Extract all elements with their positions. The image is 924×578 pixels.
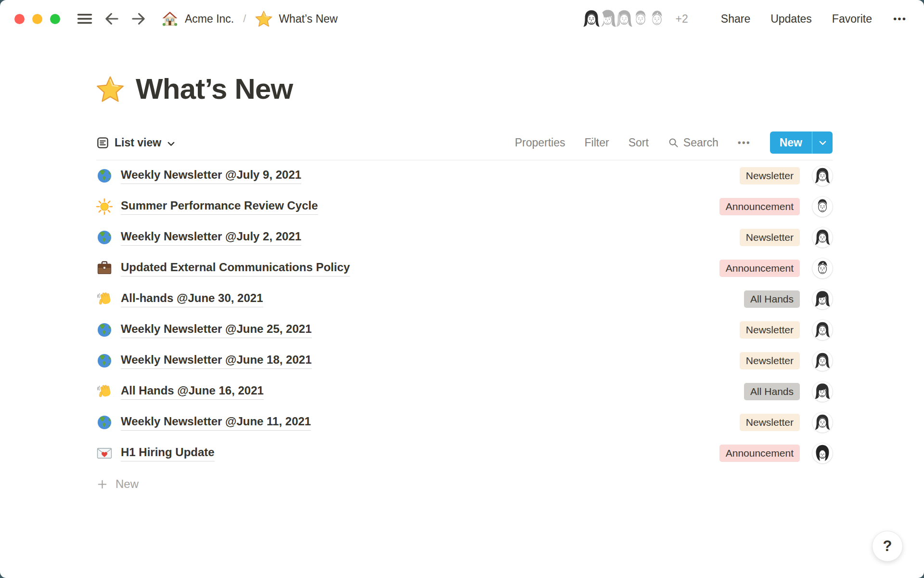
tag-badge[interactable]: Announcement [719, 198, 800, 215]
new-button-group[interactable]: New [770, 131, 833, 154]
page-link[interactable]: All-hands @June 30, 2021 [121, 291, 263, 307]
tag-badge[interactable]: Announcement [719, 445, 800, 461]
waving-hand-icon [96, 291, 113, 307]
sun-icon [96, 198, 113, 215]
person-avatar [812, 412, 833, 433]
viewer-avatar[interactable] [580, 8, 603, 30]
page-link[interactable]: Weekly Newsletter @July 9, 2021 [121, 168, 301, 184]
page-title-text: What’s New [136, 72, 293, 105]
list-item[interactable]: All Hands @June 16, 2021 All Hands [96, 376, 833, 407]
person-avatar [812, 289, 833, 309]
briefcase-icon [96, 260, 113, 276]
globe-icon [96, 322, 113, 338]
tag-badge[interactable]: Newsletter [740, 229, 800, 246]
app-window: Acme Inc. / What’s New +2 Share Updates … [0, 0, 924, 578]
tag-badge[interactable]: Newsletter [740, 352, 800, 369]
search-icon [668, 137, 679, 148]
zoom-window-button[interactable] [50, 14, 60, 24]
list-item[interactable]: Weekly Newsletter @June 11, 2021 Newslet… [96, 407, 833, 438]
globe-icon [96, 168, 113, 184]
person-avatar [812, 258, 833, 278]
page-link[interactable]: Weekly Newsletter @June 18, 2021 [121, 353, 312, 369]
favorite-button[interactable]: Favorite [832, 13, 872, 26]
toolbar-more-icon[interactable]: ••• [738, 137, 751, 148]
updates-button[interactable]: Updates [770, 13, 812, 26]
filter-button[interactable]: Filter [585, 136, 609, 149]
list-item[interactable]: All-hands @June 30, 2021 All Hands [96, 284, 833, 315]
avatar-overflow-count[interactable]: +2 [676, 13, 688, 26]
plus-icon [96, 478, 108, 490]
breadcrumb: Acme Inc. / What’s New [161, 10, 338, 27]
person-avatar [812, 227, 833, 248]
page-content: What’s New List view Properties Filter S… [0, 72, 924, 499]
forward-icon[interactable] [130, 11, 147, 27]
list-item[interactable]: Weekly Newsletter @July 2, 2021 Newslett… [96, 222, 833, 253]
close-window-button[interactable] [14, 14, 25, 24]
search-label: Search [683, 136, 719, 149]
page-title: What’s New [96, 72, 833, 105]
list-view-switcher[interactable]: List view [96, 136, 176, 149]
list-view-label: List view [115, 136, 161, 149]
chevron-down-icon [167, 138, 176, 147]
person-avatar [812, 166, 833, 186]
page-link[interactable]: Weekly Newsletter @July 2, 2021 [121, 229, 301, 246]
page-link[interactable]: Weekly Newsletter @June 11, 2021 [121, 414, 311, 431]
tag-badge[interactable]: Newsletter [740, 167, 800, 184]
window-controls [14, 14, 60, 24]
tag-badge[interactable]: Newsletter [740, 414, 800, 431]
list-item[interactable]: Weekly Newsletter @July 9, 2021 Newslett… [96, 160, 833, 191]
star-icon [255, 10, 272, 27]
list-view-rows: Weekly Newsletter @July 9, 2021 Newslett… [96, 160, 833, 499]
house-icon [161, 10, 179, 27]
view-toolbar: List view Properties Filter Sort Search … [96, 131, 833, 160]
titlebar: Acme Inc. / What’s New +2 Share Updates … [0, 0, 924, 38]
new-button[interactable]: New [770, 131, 812, 154]
person-avatar [812, 320, 833, 340]
person-avatar [812, 197, 833, 217]
minimize-window-button[interactable] [32, 14, 42, 24]
page-link[interactable]: Updated External Communications Policy [121, 260, 350, 276]
search-button[interactable]: Search [668, 136, 719, 149]
tag-badge[interactable]: Newsletter [740, 321, 800, 338]
person-avatar [812, 443, 833, 463]
list-item[interactable]: H1 Hiring Update Announcement [96, 438, 833, 469]
tag-badge[interactable]: Announcement [719, 260, 800, 276]
page-link[interactable]: Summer Performance Review Cycle [121, 198, 318, 215]
list-view-icon [96, 136, 109, 149]
new-dropdown-button[interactable] [812, 131, 833, 154]
share-button[interactable]: Share [721, 13, 750, 26]
list-item[interactable]: Weekly Newsletter @June 18, 2021 Newslet… [96, 345, 833, 376]
star-icon [96, 75, 124, 103]
add-new-row-label: New [116, 477, 139, 491]
person-avatar [812, 351, 833, 371]
list-item[interactable]: Summer Performance Review Cycle Announce… [96, 191, 833, 222]
list-item[interactable]: Updated External Communications Policy A… [96, 253, 833, 284]
page-link[interactable]: Weekly Newsletter @June 25, 2021 [121, 322, 312, 338]
chevron-down-icon [818, 138, 827, 147]
waving-hand-icon [96, 383, 113, 400]
page-link[interactable]: All Hands @June 16, 2021 [121, 383, 264, 400]
breadcrumb-workspace[interactable]: Acme Inc. [185, 13, 234, 26]
back-icon[interactable] [103, 11, 120, 27]
globe-icon [96, 229, 113, 246]
add-new-row-button[interactable]: New [96, 469, 833, 499]
love-letter-icon [96, 445, 113, 461]
tag-badge[interactable]: All Hands [744, 290, 800, 307]
properties-button[interactable]: Properties [515, 136, 565, 149]
help-button[interactable]: ? [872, 531, 903, 562]
page-link[interactable]: H1 Hiring Update [121, 445, 215, 461]
sidebar-menu-icon[interactable] [77, 11, 93, 27]
viewer-avatar-stack[interactable] [580, 8, 668, 30]
person-avatar [812, 381, 833, 402]
breadcrumb-page[interactable]: What’s New [279, 13, 337, 26]
globe-icon [96, 414, 113, 431]
more-options-icon[interactable]: ••• [893, 13, 907, 25]
globe-icon [96, 353, 113, 369]
tag-badge[interactable]: All Hands [744, 383, 800, 400]
list-item[interactable]: Weekly Newsletter @June 25, 2021 Newslet… [96, 315, 833, 345]
sort-button[interactable]: Sort [629, 136, 649, 149]
breadcrumb-separator: / [240, 13, 249, 25]
